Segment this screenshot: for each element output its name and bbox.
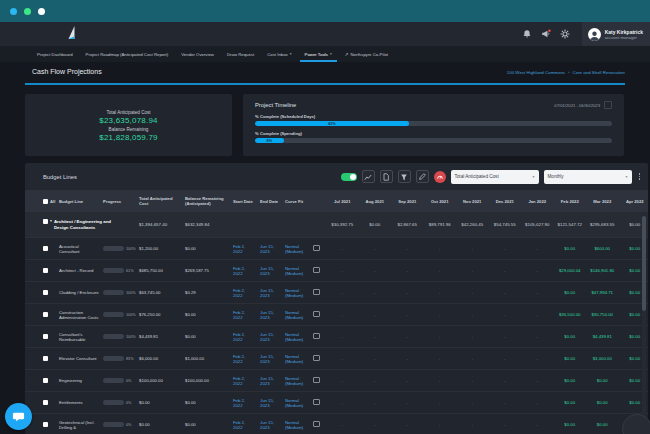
progress-cell: 100% bbox=[103, 246, 139, 251]
calendar-icon[interactable] bbox=[313, 377, 320, 383]
end-date-link[interactable]: Jun 15, 2023 bbox=[260, 420, 275, 430]
filter-icon[interactable] bbox=[398, 170, 411, 183]
row-checkbox[interactable] bbox=[43, 400, 48, 405]
end-date-link[interactable]: Jun 15, 2023 bbox=[260, 310, 275, 320]
period-select[interactable]: Monthly▾ bbox=[544, 170, 632, 184]
collapse-caret-icon[interactable]: ▾ bbox=[50, 219, 52, 224]
row-checkbox[interactable] bbox=[43, 334, 48, 339]
progress-cell: 100% bbox=[103, 334, 139, 339]
row-month-value: - bbox=[521, 312, 554, 317]
user-account-menu[interactable]: Katy Kirkpatrick account manager bbox=[582, 22, 650, 46]
curve-fit-link[interactable]: Normal (Medium) bbox=[285, 420, 307, 430]
row-checkbox[interactable] bbox=[43, 378, 48, 383]
tab-northspyre-co-pilot[interactable]: ↗Northspyre Co-Pilot bbox=[345, 46, 388, 62]
breadcrumb-sub-link[interactable]: Core and Shell Renovation bbox=[573, 70, 625, 75]
row-month-value: $0.00 bbox=[554, 378, 587, 383]
end-date-link[interactable]: Jun 15, 2023 bbox=[260, 288, 275, 298]
row-month-value: - bbox=[424, 334, 457, 339]
progress-bar bbox=[103, 312, 124, 317]
row-month-value: - bbox=[391, 268, 424, 273]
select-all-checkbox[interactable] bbox=[43, 199, 48, 204]
document-icon[interactable] bbox=[380, 170, 393, 183]
curve-fit-link[interactable]: Normal (Medium) bbox=[285, 310, 307, 320]
accent-divider bbox=[25, 83, 625, 85]
calendar-icon[interactable] bbox=[313, 399, 320, 405]
vertical-scrollbar[interactable] bbox=[642, 214, 646, 432]
tab-power-tools[interactable]: Power Tools▾ bbox=[305, 46, 332, 62]
curve-fit-link[interactable]: Normal (Medium) bbox=[285, 332, 307, 342]
row-checkbox[interactable] bbox=[43, 356, 48, 361]
curve-fit-link[interactable]: Normal (Medium) bbox=[285, 354, 307, 364]
row-month-value: - bbox=[456, 312, 489, 317]
start-date-link[interactable]: Feb 2, 2022 bbox=[233, 244, 248, 254]
settings-gear-icon[interactable] bbox=[560, 29, 570, 39]
view-toggle[interactable] bbox=[341, 173, 357, 181]
end-date-link[interactable]: Jun 15, 2023 bbox=[260, 354, 275, 364]
calendar-icon[interactable] bbox=[313, 289, 320, 295]
row-balance-remaining: $1,000.00 bbox=[185, 356, 233, 361]
tab-project-roadmap-anticipated-cost-report-[interactable]: Project Roadmap (Anticipated Cost Report… bbox=[86, 46, 169, 62]
end-date-link[interactable]: Jun 15, 2023 bbox=[260, 332, 275, 342]
end-date-link[interactable]: Jun 15, 2023 bbox=[260, 376, 275, 386]
more-options-kebab-icon[interactable] bbox=[639, 172, 641, 181]
scheduled-days-label: % Complete (Scheduled Days) bbox=[255, 114, 612, 119]
row-month-value: - bbox=[326, 356, 359, 361]
start-date-link[interactable]: Feb 2, 2022 bbox=[233, 332, 248, 342]
chat-widget-button[interactable] bbox=[5, 403, 32, 430]
row-month-value: $0.00 bbox=[554, 290, 587, 295]
edit-icon[interactable] bbox=[416, 170, 429, 183]
start-date-link[interactable]: Feb 2, 2022 bbox=[233, 420, 248, 430]
row-month-value: - bbox=[456, 422, 489, 427]
curve-fit-link[interactable]: Normal (Medium) bbox=[285, 266, 307, 276]
end-date-link[interactable]: Jun 15, 2023 bbox=[260, 266, 275, 276]
corner-widget-button[interactable] bbox=[622, 414, 650, 434]
window-control-2[interactable] bbox=[24, 8, 31, 15]
curve-fit-link[interactable]: Normal (Medium) bbox=[285, 244, 307, 254]
row-checkbox[interactable] bbox=[43, 312, 48, 317]
group-checkbox[interactable] bbox=[43, 219, 48, 224]
end-date-link[interactable]: Jun 15, 2023 bbox=[260, 244, 275, 254]
curve-fit-link[interactable]: Normal (Medium) bbox=[285, 376, 307, 386]
end-date-link[interactable]: Jun 15, 2023 bbox=[260, 398, 275, 408]
total-anticipated-cost-value: $23,635,078.94 bbox=[99, 116, 157, 125]
announcements-megaphone-icon[interactable] bbox=[541, 29, 551, 39]
calendar-icon[interactable] bbox=[313, 311, 320, 317]
calendar-icon[interactable] bbox=[313, 245, 320, 251]
calendar-icon[interactable] bbox=[313, 267, 320, 273]
row-checkbox[interactable] bbox=[43, 268, 48, 273]
primary-metric-select[interactable]: Total Anticipated Cost▾ bbox=[451, 170, 539, 184]
start-date-link[interactable]: Feb 2, 2022 bbox=[233, 354, 248, 364]
budget-lines-title: Budget Lines bbox=[43, 174, 77, 180]
gauge-icon[interactable] bbox=[434, 171, 446, 183]
app-header: Katy Kirkpatrick account manager bbox=[0, 22, 650, 46]
table-row: Architect - Record61%$685,750.00$269,187… bbox=[25, 260, 648, 282]
row-checkbox[interactable] bbox=[43, 422, 48, 427]
row-month-value: $0.00 bbox=[586, 378, 619, 383]
curve-fit-link[interactable]: Normal (Medium) bbox=[285, 398, 307, 408]
start-date-link[interactable]: Feb 2, 2022 bbox=[233, 288, 248, 298]
budget-line-name: Architect - Record bbox=[59, 268, 99, 273]
start-date-link[interactable]: Feb 2, 2022 bbox=[233, 310, 248, 320]
row-checkbox[interactable] bbox=[43, 246, 48, 251]
progress-percent: 0% bbox=[126, 379, 132, 383]
scrollbar-thumb[interactable] bbox=[642, 216, 646, 311]
calendar-icon[interactable] bbox=[313, 355, 320, 361]
tab-cost-inbox[interactable]: Cost Inbox▾ bbox=[267, 46, 291, 62]
calendar-icon[interactable] bbox=[313, 333, 320, 339]
progress-cell: 0% bbox=[103, 400, 139, 405]
row-checkbox[interactable] bbox=[43, 290, 48, 295]
calendar-icon[interactable] bbox=[313, 421, 320, 427]
timeline-edit-icon[interactable] bbox=[604, 101, 612, 109]
start-date-link[interactable]: Feb 2, 2022 bbox=[233, 376, 248, 386]
curve-fit-link[interactable]: Normal (Medium) bbox=[285, 288, 307, 298]
start-date-link[interactable]: Feb 2, 2022 bbox=[233, 266, 248, 276]
tab-project-dashboard[interactable]: Project Dashboard bbox=[37, 46, 73, 62]
line-chart-icon[interactable] bbox=[362, 170, 375, 183]
window-control-1[interactable] bbox=[10, 8, 17, 15]
tab-draw-request[interactable]: Draw Request bbox=[227, 46, 254, 62]
tab-vendor-overview[interactable]: Vendor Overview bbox=[181, 46, 214, 62]
breadcrumb-project-link[interactable]: 100 West Highland Commons bbox=[507, 70, 565, 75]
notifications-bell-icon[interactable] bbox=[522, 29, 532, 39]
window-control-3[interactable] bbox=[38, 8, 45, 15]
start-date-link[interactable]: Feb 2, 2022 bbox=[233, 398, 248, 408]
